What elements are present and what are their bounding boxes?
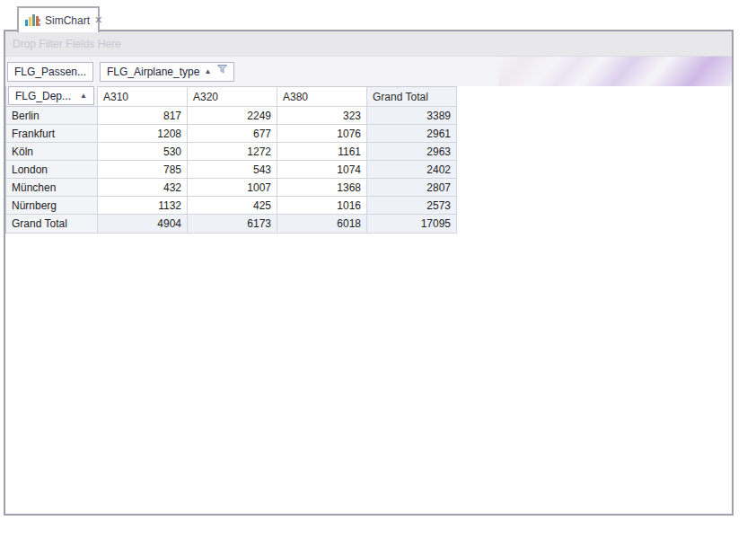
table-row: Köln530127211612963 <box>6 143 457 161</box>
row-header-cell[interactable]: Köln <box>6 143 98 161</box>
data-cell: 2963 <box>367 143 457 161</box>
tab-simchart[interactable]: SimChart ✕ <box>17 6 100 32</box>
filter-drop-label: Drop Filter Fields Here <box>13 38 121 50</box>
bar-chart-icon <box>25 14 40 27</box>
data-cell: 2249 <box>188 107 277 125</box>
column-field-button[interactable]: FLG_Airplane_type ▲ <box>100 62 234 82</box>
data-cell: 543 <box>188 161 277 179</box>
data-cell: 1208 <box>98 125 188 143</box>
row-field-button[interactable]: FLG_Dep... ▲ <box>8 86 94 105</box>
data-field-button[interactable]: FLG_Passen... <box>7 62 93 82</box>
close-icon[interactable]: ✕ <box>94 15 102 25</box>
data-cell: 425 <box>188 197 277 215</box>
filter-icon[interactable] <box>217 65 227 74</box>
table-row: Grand Total49046173601817095 <box>6 215 457 234</box>
table-row: London78554310742402 <box>6 161 457 179</box>
table-row: Nürnberg113242510162573 <box>6 197 457 215</box>
pivot-corner-cell: FLG_Dep... ▲ <box>6 86 98 107</box>
data-cell: 530 <box>98 143 188 161</box>
data-cell: 6173 <box>188 215 277 234</box>
row-header-cell[interactable]: Frankfurt <box>6 125 98 143</box>
data-cell: 4904 <box>98 215 188 234</box>
pivot-body: Berlin81722493233389Frankfurt12086771076… <box>6 107 457 234</box>
data-cell: 2573 <box>367 197 457 215</box>
data-cell: 1016 <box>277 197 367 215</box>
data-cell: 1007 <box>188 179 277 197</box>
data-cell: 2402 <box>367 161 457 179</box>
table-row: Frankfurt120867710762961 <box>6 125 457 143</box>
data-cell: 1272 <box>188 143 277 161</box>
row-header-cell[interactable]: London <box>6 161 98 179</box>
pivot-table: FLG_Dep... ▲ A310A320A380Grand Total Ber… <box>5 86 457 234</box>
sort-asc-icon: ▲ <box>204 68 211 75</box>
column-header[interactable]: Grand Total <box>367 86 457 107</box>
filter-drop-area[interactable]: Drop Filter Fields Here <box>5 31 732 57</box>
row-header-cell[interactable]: Nürnberg <box>6 197 98 215</box>
data-cell: 1076 <box>277 125 367 143</box>
data-cell: 17095 <box>367 215 457 234</box>
column-header[interactable]: A320 <box>188 86 277 107</box>
data-cell: 817 <box>98 107 188 125</box>
data-cell: 323 <box>277 107 367 125</box>
data-cell: 1161 <box>277 143 367 161</box>
column-header[interactable]: A310 <box>98 86 188 107</box>
row-header-cell[interactable]: Berlin <box>6 107 98 125</box>
data-cell: 2807 <box>367 179 457 197</box>
data-cell: 677 <box>188 125 277 143</box>
data-cell: 1074 <box>277 161 367 179</box>
column-field-label: FLG_Airplane_type <box>107 66 199 78</box>
data-cell: 432 <box>98 179 188 197</box>
column-header[interactable]: A380 <box>277 86 367 107</box>
row-header-cell[interactable]: München <box>6 179 98 197</box>
row-header-cell[interactable]: Grand Total <box>6 215 98 234</box>
data-cell: 1132 <box>98 197 188 215</box>
pivot-grid-panel: Drop Filter Fields Here FLG_Passen... FL… <box>4 30 734 516</box>
row-field-label: FLG_Dep... <box>15 90 71 102</box>
pivot-column-header-row: FLG_Dep... ▲ A310A320A380Grand Total <box>6 86 457 107</box>
data-cell: 1368 <box>277 179 367 197</box>
data-cell: 3389 <box>367 107 457 125</box>
tab-title: SimChart <box>45 14 90 27</box>
data-cell: 785 <box>98 161 188 179</box>
data-field-label: FLG_Passen... <box>14 66 86 78</box>
table-row: Berlin81722493233389 <box>6 107 457 125</box>
table-row: München432100713682807 <box>6 179 457 197</box>
data-cell: 6018 <box>277 215 367 234</box>
column-field-area: FLG_Passen... FLG_Airplane_type ▲ <box>5 57 732 86</box>
sort-asc-icon: ▲ <box>80 93 87 100</box>
decorative-swoosh <box>498 57 732 86</box>
data-cell: 2961 <box>367 125 457 143</box>
